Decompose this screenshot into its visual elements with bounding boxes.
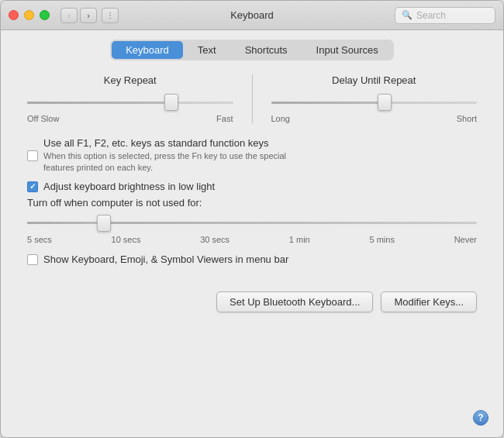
option1-row: Use all F1, F2, etc. keys as standard fu… — [27, 137, 477, 174]
brightness-section: Adjust keyboard brightness in low light … — [27, 181, 477, 244]
option1-sublabel: When this option is selected, press the … — [43, 150, 286, 174]
tab-keyboard[interactable]: Keyboard — [112, 41, 183, 59]
back-button[interactable]: ‹ — [60, 8, 78, 23]
time-slider-track — [27, 222, 477, 224]
tab-text[interactable]: Text — [184, 41, 230, 59]
key-repeat-right-label: Fast — [216, 114, 233, 123]
time-slider-fill — [27, 222, 104, 224]
delay-repeat-thumb[interactable] — [378, 94, 392, 111]
key-repeat-track — [27, 102, 233, 104]
option2-checkbox[interactable] — [27, 181, 38, 192]
close-button[interactable] — [9, 10, 19, 20]
delay-repeat-group: Delay Until Repeat Long Short — [271, 74, 478, 123]
brightness-label-row: Adjust keyboard brightness in low light — [27, 181, 477, 192]
window-controls — [9, 10, 50, 20]
grid-button[interactable]: ⋮ — [102, 8, 119, 23]
forward-button[interactable]: › — [80, 8, 97, 23]
time-label-2: 30 secs — [200, 235, 230, 244]
content-area: Keyboard Text Shortcuts Input Sources Ke… — [1, 30, 503, 437]
key-repeat-slider-container — [27, 94, 233, 111]
tab-bar: Keyboard Text Shortcuts Input Sources — [110, 40, 394, 60]
modifier-keys-button[interactable]: Modifier Keys... — [381, 291, 477, 312]
tab-input-sources[interactable]: Input Sources — [302, 41, 392, 59]
option1-text-block: Use all F1, F2, etc. keys as standard fu… — [43, 137, 286, 174]
time-slider-thumb[interactable] — [97, 215, 111, 232]
option2-label: Adjust keyboard brightness in low light — [43, 181, 215, 192]
delay-repeat-right-label: Short — [457, 114, 477, 123]
option1-checkbox-wrap[interactable]: Use all F1, F2, etc. keys as standard fu… — [27, 137, 286, 174]
minimize-button[interactable] — [24, 10, 34, 20]
delay-repeat-labels: Long Short — [271, 114, 478, 123]
maximize-button[interactable] — [40, 10, 50, 20]
delay-repeat-fill — [271, 102, 385, 104]
time-label-1: 10 secs — [112, 235, 141, 244]
time-slider-container — [27, 215, 477, 232]
help-button[interactable]: ? — [473, 410, 488, 426]
key-repeat-title: Key Repeat — [27, 74, 233, 86]
option1-checkbox[interactable] — [27, 150, 38, 161]
titlebar: ‹ › ⋮ Keyboard 🔍 — [1, 1, 503, 30]
time-label-4: 5 mins — [369, 235, 394, 244]
option2-checkbox-wrap[interactable]: Adjust keyboard brightness in low light — [27, 181, 215, 192]
delay-repeat-slider-container — [271, 94, 478, 111]
key-repeat-left-label: Off Slow — [27, 114, 59, 123]
bluetooth-keyboard-button[interactable]: Set Up Bluetooth Keyboard... — [216, 291, 373, 312]
option3-checkbox[interactable] — [27, 254, 38, 265]
delay-repeat-track — [271, 102, 478, 104]
time-label-5: Never — [454, 235, 477, 244]
time-label-3: 1 min — [289, 235, 310, 244]
time-label-0: 5 secs — [27, 235, 52, 244]
key-repeat-fill — [27, 102, 171, 104]
search-input[interactable] — [416, 10, 488, 21]
search-box[interactable]: 🔍 — [395, 7, 495, 24]
key-repeat-thumb[interactable] — [164, 94, 178, 111]
key-repeat-labels: Off Slow Fast — [27, 114, 233, 123]
bottom-buttons: Set Up Bluetooth Keyboard... Modifier Ke… — [27, 281, 477, 312]
search-icon: 🔍 — [402, 10, 413, 20]
option3-row[interactable]: Show Keyboard, Emoji, & Symbol Viewers i… — [27, 253, 477, 265]
sliders-divider — [252, 74, 253, 123]
tab-shortcuts[interactable]: Shortcuts — [231, 41, 302, 59]
delay-repeat-title: Delay Until Repeat — [271, 74, 478, 86]
turnoff-label: Turn off when computer is not used for: — [27, 197, 477, 209]
option3-label: Show Keyboard, Emoji, & Symbol Viewers i… — [43, 253, 288, 265]
settings-panel: Key Repeat Off Slow Fast Delay — [27, 74, 477, 312]
sliders-row: Key Repeat Off Slow Fast Delay — [27, 74, 477, 123]
keyboard-window: ‹ › ⋮ Keyboard 🔍 Keyboard Text Shortcuts… — [0, 0, 504, 438]
nav-arrows: ‹ › — [60, 8, 97, 23]
window-title: Keyboard — [230, 9, 274, 21]
delay-repeat-left-label: Long — [271, 114, 290, 123]
option1-label: Use all F1, F2, etc. keys as standard fu… — [43, 137, 286, 149]
key-repeat-group: Key Repeat Off Slow Fast — [27, 74, 233, 123]
time-labels: 5 secs 10 secs 30 secs 1 min 5 mins Neve… — [27, 235, 477, 244]
